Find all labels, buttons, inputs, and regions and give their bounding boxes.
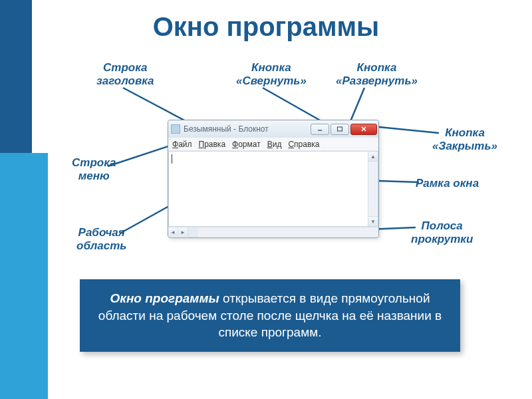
minimize-icon bbox=[317, 126, 323, 132]
maximize-icon bbox=[336, 126, 343, 132]
text-area[interactable]: ▲ ▼ bbox=[168, 151, 378, 227]
notepad-window[interactable]: Безымянный - Блокнот Файл Правка Формат … bbox=[168, 120, 379, 238]
scroll-right-icon[interactable]: ► bbox=[178, 227, 188, 237]
maximize-button[interactable] bbox=[331, 124, 349, 135]
label-workarea: Рабочаяобласть bbox=[76, 226, 126, 253]
window-titlebar[interactable]: Безымянный - Блокнот bbox=[168, 120, 378, 138]
scroll-up-icon[interactable]: ▲ bbox=[368, 152, 378, 162]
minimize-button[interactable] bbox=[311, 124, 329, 135]
svg-line-3 bbox=[372, 126, 439, 133]
scroll-left-icon[interactable]: ◄ bbox=[168, 227, 178, 237]
svg-line-1 bbox=[263, 88, 327, 124]
label-close: Кнопка«Закрыть» bbox=[432, 126, 497, 154]
label-scrollbar: Полосапрокрутки bbox=[411, 219, 473, 247]
menu-file[interactable]: Файл bbox=[172, 140, 192, 149]
vertical-scrollbar[interactable]: ▲ ▼ bbox=[368, 152, 378, 226]
window-title-text: Безымянный - Блокнот bbox=[184, 124, 309, 134]
label-menubar: Строкаменю bbox=[72, 156, 116, 184]
text-caret bbox=[172, 154, 172, 164]
label-minimize: Кнопка«Свернуть» bbox=[236, 61, 307, 88]
scroll-down-icon[interactable]: ▼ bbox=[368, 216, 378, 226]
scroll-corner bbox=[188, 227, 198, 237]
page-title: Окно программы bbox=[0, 12, 532, 42]
app-icon bbox=[171, 124, 180, 134]
close-button[interactable] bbox=[350, 124, 377, 135]
menu-view[interactable]: Вид bbox=[267, 140, 282, 149]
description-box: Окно программы открывается в виде прямоу… bbox=[80, 279, 460, 352]
label-titlebar: Строказаголовка bbox=[96, 61, 154, 88]
menu-bar[interactable]: Файл Правка Формат Вид Справка bbox=[168, 138, 378, 151]
svg-line-2 bbox=[349, 88, 364, 124]
close-icon bbox=[360, 126, 368, 132]
menu-help[interactable]: Справка bbox=[288, 140, 319, 149]
accent-stripe-light bbox=[0, 153, 48, 399]
horizontal-scrollbar[interactable]: ◄ ► bbox=[168, 227, 378, 237]
svg-rect-9 bbox=[338, 127, 342, 131]
description-bold: Окно программы bbox=[110, 291, 219, 305]
menu-format[interactable]: Формат bbox=[232, 140, 261, 149]
svg-line-5 bbox=[379, 181, 419, 182]
menu-edit[interactable]: Правка bbox=[199, 140, 226, 149]
label-maximize: Кнопка«Развернуть» bbox=[336, 61, 418, 88]
label-frame: Рамка окна bbox=[416, 177, 479, 190]
